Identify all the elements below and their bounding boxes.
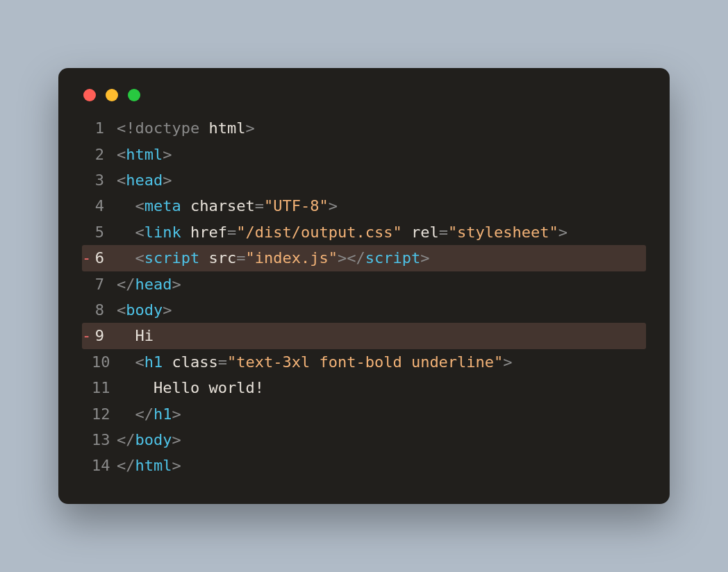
code-line: 8<body>: [82, 297, 646, 323]
line-number: 10: [92, 349, 117, 375]
line-content: </body>: [117, 427, 646, 453]
code-line: -9 Hi: [82, 323, 646, 348]
code-window: 1<!doctype html>2<html>3<head>4 <meta ch…: [58, 68, 670, 503]
diff-marker: -: [82, 245, 92, 271]
close-icon[interactable]: [83, 89, 96, 101]
line-content: <script src="index.js"></script>: [117, 245, 646, 271]
line-content: Hello world!: [117, 375, 646, 401]
line-number: 3: [92, 167, 117, 193]
line-number: 4: [92, 193, 117, 219]
line-number: 8: [92, 297, 117, 323]
code-line: 4 <meta charset="UTF-8">: [82, 193, 646, 219]
line-number: 14: [92, 453, 117, 478]
line-content: </html>: [117, 453, 646, 478]
code-line: 12 </h1>: [82, 401, 646, 427]
code-line: 11 Hello world!: [82, 375, 646, 401]
line-number: 7: [92, 271, 117, 297]
diff-marker: -: [82, 323, 92, 348]
code-line: -6 <script src="index.js"></script>: [82, 245, 646, 271]
line-content: <!doctype html>: [117, 115, 646, 141]
line-content: <head>: [117, 167, 646, 193]
line-content: </head>: [117, 271, 646, 297]
code-line: 10 <h1 class="text-3xl font-bold underli…: [82, 349, 646, 375]
code-line: 1<!doctype html>: [82, 115, 646, 141]
line-number: 5: [92, 219, 117, 245]
line-content: <meta charset="UTF-8">: [117, 193, 646, 219]
code-line: 14</html>: [82, 453, 646, 478]
code-line: 3<head>: [82, 167, 646, 193]
code-editor: 1<!doctype html>2<html>3<head>4 <meta ch…: [82, 115, 646, 478]
line-number: 1: [92, 115, 117, 141]
window-traffic-lights: [82, 89, 646, 101]
code-line: 5 <link href="/dist/output.css" rel="sty…: [82, 219, 646, 245]
line-number: 2: [92, 142, 117, 167]
line-content: </h1>: [117, 401, 646, 427]
minimize-icon[interactable]: [106, 89, 118, 101]
code-line: 7</head>: [82, 271, 646, 297]
code-line: 2<html>: [82, 142, 646, 167]
line-content: <h1 class="text-3xl font-bold underline"…: [117, 349, 646, 375]
line-content: Hi: [117, 323, 646, 348]
line-number: 13: [92, 427, 117, 453]
line-number: 9: [92, 323, 117, 348]
code-line: 13</body>: [82, 427, 646, 453]
line-number: 6: [92, 245, 117, 271]
line-content: <body>: [117, 297, 646, 323]
line-number: 12: [92, 401, 117, 427]
line-content: <html>: [117, 142, 646, 167]
line-content: <link href="/dist/output.css" rel="style…: [117, 219, 646, 245]
zoom-icon[interactable]: [128, 89, 140, 101]
line-number: 11: [92, 375, 117, 401]
